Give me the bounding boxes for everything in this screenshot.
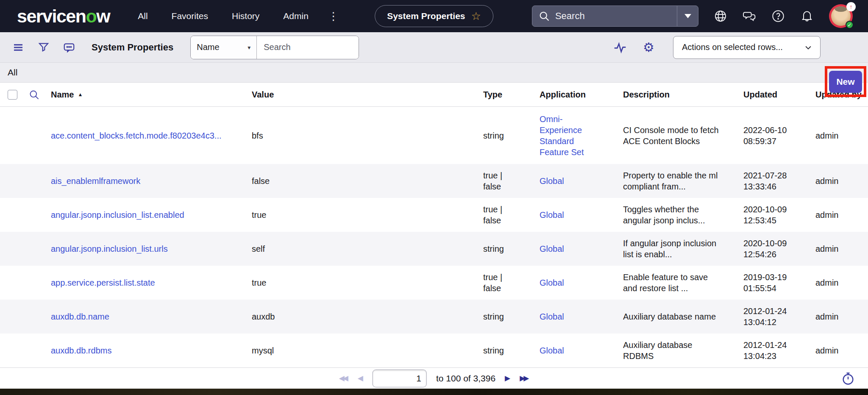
description-cell: CI Console mode to fetch ACE Content Blo… [623,125,743,147]
filter-field-select[interactable]: Name ▾ [191,36,257,59]
value-cell: false [252,175,483,186]
new-button[interactable]: New [829,71,862,93]
table-row: angular.jsonp.inclusion_list.urls self s… [0,232,868,266]
type-cell: string [483,311,540,322]
value-cell: self [252,243,483,254]
updated-by-cell: admin [815,243,868,254]
logo-green-o: o [86,6,97,26]
annotation-highlight-box: New [825,66,866,97]
first-page-icon[interactable]: ◀◀ [339,374,348,383]
value-cell: true [252,209,483,220]
current-page-pill[interactable]: System Properties ☆ [375,5,493,27]
top-nav: servicenow All Favorites History Admin ⋮… [0,0,868,32]
search-scope-dropdown[interactable] [677,6,698,26]
gear-icon[interactable]: ⚙ [643,41,654,54]
nav-item-admin[interactable]: Admin [283,11,309,21]
response-time-icon[interactable] [841,371,855,386]
comment-icon[interactable] [63,41,75,54]
impersonation-badge-icon: ↑ [846,2,856,11]
globe-icon[interactable] [714,9,727,23]
property-name-link[interactable]: angular.jsonp.inclusion_list.urls [51,244,168,253]
nav-item-all[interactable]: All [138,11,147,21]
table-row: auxdb.db.name auxdb string Global Auxili… [0,300,868,334]
value-cell: true [252,277,483,288]
chat-icon[interactable] [743,9,756,23]
updated-by-cell: admin [815,130,868,141]
type-cell: string [483,130,540,141]
application-link[interactable]: Global [540,210,564,220]
property-name-link[interactable]: auxdb.db.rdbms [51,346,111,355]
updated-cell: 2021-07-28 13:33:46 [743,170,815,192]
list-search-input[interactable] [257,36,359,59]
global-search-input[interactable] [555,11,671,22]
servicenow-logo: servicenow [17,6,110,27]
notification-bell-icon[interactable] [800,9,814,23]
description-cell: If angular jsonp inclusion list is enabl… [623,238,743,260]
type-cell: string [483,243,540,254]
application-link[interactable]: Global [540,312,564,321]
last-page-icon[interactable]: ▶▶ [520,374,529,383]
help-icon[interactable] [771,9,785,23]
previous-page-icon[interactable]: ◀ [358,374,363,383]
user-avatar[interactable]: ↑ ✓ [829,4,853,28]
column-header-updated[interactable]: Updated [743,90,815,100]
filter-icon[interactable] [37,41,50,54]
application-link[interactable]: Global [540,176,564,186]
table-row: ais_enablemlframework false true | false… [0,164,868,198]
value-cell: mysql [252,345,483,356]
list-toolbar: System Properties Name ▾ ⚙ Actions on se… [0,32,868,63]
column-header-application[interactable]: Application [540,90,623,100]
next-page-icon[interactable]: ▶ [505,374,510,383]
property-name-link[interactable]: angular.jsonp.inclusion_list.enabled [51,210,184,220]
select-all-checkbox[interactable] [8,90,17,100]
description-cell: Enable feature to save and restore list … [623,272,743,294]
primary-nav: All Favorites History Admin [138,11,309,21]
application-link[interactable]: Global [540,346,564,355]
more-menu-icon[interactable]: ⋮ [328,11,339,22]
column-header-name[interactable]: Name▲ [51,90,252,100]
updated-cell: 2022-06-10 08:59:37 [743,125,815,147]
nav-item-history[interactable]: History [232,11,259,21]
table-header: Name▲ Value Type Application Description… [0,83,868,107]
table-row: ace.content_blocks.fetch.mode.f80203e4c3… [0,107,868,164]
nav-item-favorites[interactable]: Favorites [172,11,208,21]
page-title: System Properties [92,42,173,53]
description-cell: Toggles whether the angular jsonp inclus… [623,204,743,226]
sort-ascending-icon: ▲ [78,92,83,97]
pill-label: System Properties [387,11,465,21]
application-link[interactable]: Omni-Experience Standard Feature Set [540,114,584,157]
search-icon [538,9,550,23]
table-row: auxdb.db.rdbms mysql string Global Auxil… [0,334,868,367]
column-header-value[interactable]: Value [252,90,483,100]
list-filter-control: Name ▾ [190,36,359,59]
list-menu-icon[interactable] [12,41,25,54]
actions-dropdown[interactable]: Actions on selected rows... [673,36,821,59]
property-name-link[interactable]: auxdb.db.name [51,312,109,321]
type-cell: true | false [483,170,540,192]
pagination: ◀◀ ◀ to 100 of 3,396 ▶ ▶▶ [339,370,529,387]
breadcrumb-row: All [0,63,868,83]
property-name-link[interactable]: ace.content_blocks.fetch.mode.f80203e4c3… [51,131,222,140]
nav-right-cluster: ↑ ✓ [532,4,853,28]
updated-by-cell: admin [815,209,868,220]
activity-pulse-icon[interactable] [613,41,627,54]
updated-cell: 2019-03-19 01:55:54 [743,272,815,294]
status-check-badge-icon: ✓ [846,21,854,29]
column-header-type[interactable]: Type [483,90,540,100]
pagination-range-label: to 100 of 3,396 [436,373,495,384]
description-cell: Property to enable the ml compliant fram… [623,170,743,192]
column-search-icon[interactable] [28,89,40,100]
application-link[interactable]: Global [540,244,564,253]
desktop-background-strip [0,389,868,395]
breadcrumb[interactable]: All [8,67,17,78]
value-cell: auxdb [252,311,483,322]
type-cell: string [483,345,540,356]
property-name-link[interactable]: app.service.persist.list.state [51,278,155,287]
application-link[interactable]: Global [540,278,564,287]
column-header-description[interactable]: Description [623,90,743,100]
updated-by-cell: admin [815,277,868,288]
dropdown-arrow-icon [684,14,691,18]
page-number-input[interactable] [373,370,427,387]
property-name-link[interactable]: ais_enablemlframework [51,176,140,186]
favorite-star-icon[interactable]: ☆ [471,11,481,22]
